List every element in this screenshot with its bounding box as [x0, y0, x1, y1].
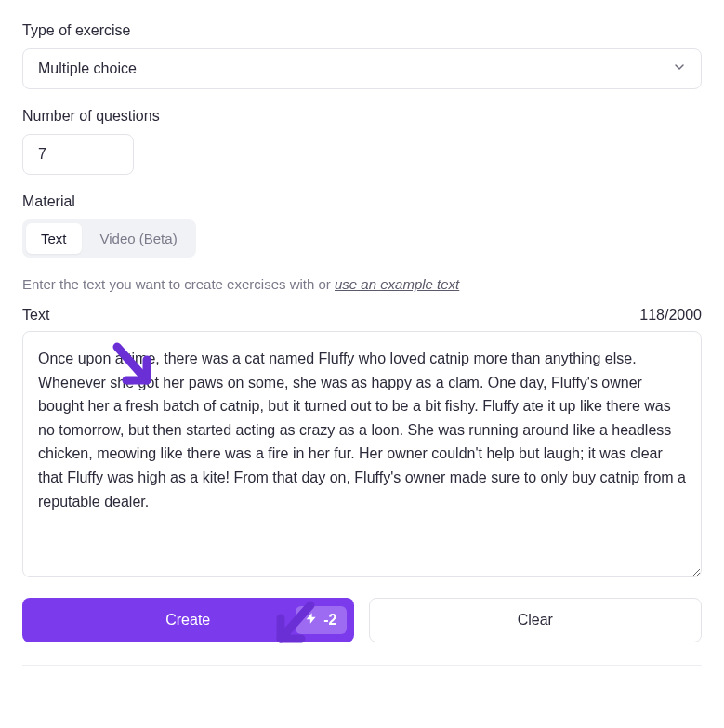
button-row: Create -2 Clear	[22, 598, 702, 642]
material-tabs: Text Video (Beta)	[22, 219, 196, 258]
cost-value: -2	[323, 612, 336, 629]
exercise-type-label: Type of exercise	[22, 22, 702, 39]
text-header: Text 118/2000	[22, 307, 702, 324]
text-label: Text	[22, 307, 49, 324]
create-button-label: Create	[165, 612, 210, 629]
tab-text[interactable]: Text	[26, 223, 82, 254]
text-input[interactable]	[22, 331, 702, 577]
material-field: Material Text Video (Beta)	[22, 193, 702, 258]
exercise-type-field: Type of exercise Multiple choice	[22, 22, 702, 89]
cost-badge: -2	[296, 606, 346, 634]
num-questions-input[interactable]	[22, 134, 134, 175]
char-count: 118/2000	[639, 307, 702, 324]
num-questions-field: Number of questions	[22, 108, 702, 175]
exercise-type-select[interactable]: Multiple choice	[22, 48, 702, 89]
example-text-link[interactable]: use an example text	[335, 276, 459, 292]
tab-video[interactable]: Video (Beta)	[86, 223, 192, 254]
exercise-type-select-wrapper: Multiple choice	[22, 48, 702, 89]
material-label: Material	[22, 193, 702, 210]
divider	[22, 665, 702, 666]
num-questions-label: Number of questions	[22, 108, 702, 125]
bolt-icon	[305, 612, 318, 629]
clear-button[interactable]: Clear	[369, 598, 703, 642]
create-button[interactable]: Create -2	[22, 598, 354, 642]
hint-text: Enter the text you want to create exerci…	[22, 276, 702, 292]
hint-prefix: Enter the text you want to create exerci…	[22, 276, 335, 292]
clear-button-label: Clear	[518, 612, 553, 629]
